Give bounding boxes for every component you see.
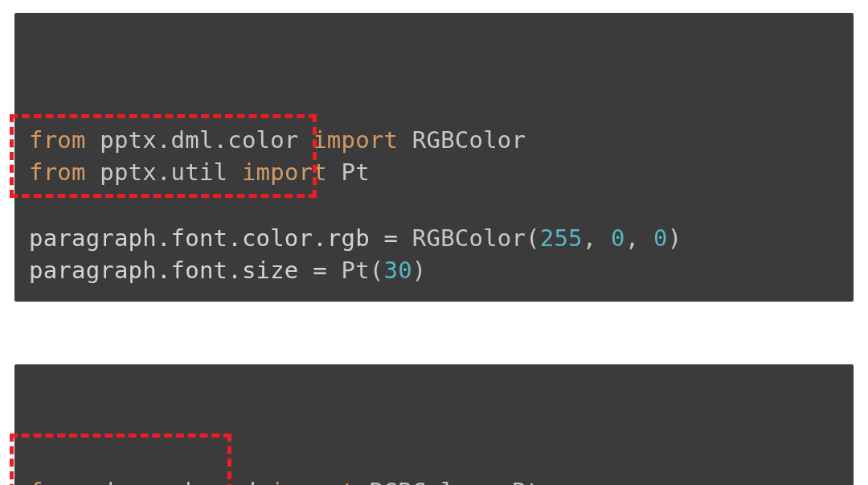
code-line: paragraph.font.color.rgb = RGBColor(255,…	[29, 222, 839, 255]
code-token: =	[313, 257, 327, 284]
code-token: 30	[384, 257, 412, 284]
code-token: Pt(	[327, 257, 384, 284]
code-token: 255	[540, 224, 583, 252]
code-token: RGBColor, Pt	[355, 478, 540, 485]
code-token: =	[384, 224, 399, 252]
code-line: paragraph.font.size = Pt(30)	[29, 254, 839, 287]
code-token: RGBColor(	[398, 224, 540, 252]
code-token	[29, 191, 43, 219]
code-token: from	[29, 158, 86, 186]
code-token: Pt	[327, 158, 370, 186]
code-token: from	[29, 478, 86, 485]
code-line: from pptx.dml.color import RGBColor	[29, 124, 839, 157]
code-line	[29, 189, 839, 222]
code-token: 0	[611, 224, 625, 252]
code-token: paragraph.font.color.rgb	[29, 224, 384, 252]
code-line: from pptx.util import Pt	[29, 156, 839, 189]
code-token: paragraph.font.size	[29, 257, 313, 284]
page: from pptx.dml.color import RGBColorfrom …	[0, 0, 868, 485]
block-gap	[14, 302, 854, 364]
code-token: pptx.dml.color	[86, 126, 313, 154]
code-token: import	[270, 478, 355, 485]
code-line: from docx.shared import RGBColor, Pt	[29, 475, 839, 485]
code-token: pptx.util	[86, 158, 242, 186]
code-token: import	[242, 158, 327, 186]
code-token: docx.shared	[86, 478, 271, 485]
code-token: RGBColor	[398, 126, 526, 154]
code-token: import	[313, 126, 398, 154]
code-token: from	[29, 126, 86, 154]
code-token: ,	[625, 224, 653, 252]
code-token: )	[412, 257, 427, 284]
code-token: ,	[583, 224, 611, 252]
code-block-docx: from docx.shared import RGBColor, Pt run…	[14, 364, 854, 485]
code-token: )	[668, 224, 682, 252]
code-block-pptx: from pptx.dml.color import RGBColorfrom …	[14, 13, 854, 302]
code-token: 0	[653, 224, 668, 252]
